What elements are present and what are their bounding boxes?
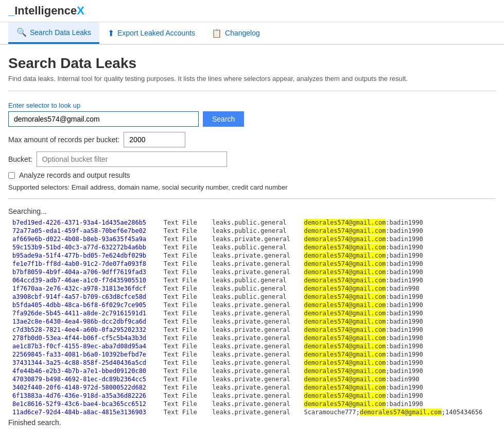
result-hash[interactable]: b5fda405-4dbb-48ca-b6f8-6f029c7ce905	[8, 301, 160, 309]
result-hash[interactable]: b95ade9a-51f4-477b-bd05-7e624dbf029b	[8, 251, 160, 260]
result-value: demorales574@gmail.com:badin1990	[300, 243, 496, 251]
result-hash[interactable]: 11ad6ce7-92d4-484b-a8ac-4815e3136903	[8, 408, 160, 416]
nav-search-label: Search Data Leaks	[30, 28, 91, 37]
result-hash[interactable]: af669e6b-d022-4b08-b8eb-93a635f45a9a	[8, 235, 160, 243]
result-bucket: leaks.private.general	[208, 268, 300, 276]
result-value: demorales574@gmail.com:badin1990	[300, 400, 496, 408]
max-records-input[interactable]	[124, 132, 185, 147]
result-type: Text File	[160, 392, 208, 400]
table-row: b95ade9a-51f4-477b-bd05-7e624dbf029bText…	[8, 251, 496, 260]
result-hash[interactable]: 7fa926de-5b45-4411-a8de-2c79161591d1	[8, 309, 160, 317]
result-value: demorales574@gmail.com:badin1990	[300, 301, 496, 309]
table-row: 064ccd39-adb7-46ae-a1c0-f7d435905510Text…	[8, 276, 496, 284]
search-button[interactable]: Search	[203, 111, 244, 127]
result-type: Text File	[160, 284, 208, 293]
bucket-label: Bucket:	[8, 155, 32, 163]
highlighted-email: demorales574@gmail.com	[304, 268, 386, 276]
table-row: 3402f440-20f6-4148-972d-58000522d682Text…	[8, 383, 496, 392]
selector-input[interactable]	[8, 111, 199, 127]
result-bucket: leaks.private.general	[208, 392, 300, 400]
analyze-checkbox[interactable]	[8, 172, 15, 179]
logo-decoration: _	[8, 4, 14, 17]
highlighted-email: demorales574@gmail.com	[304, 310, 386, 317]
result-bucket: leaks.private.general	[208, 408, 300, 416]
result-hash[interactable]: b7bf8059-4b9f-404a-a706-9dff7619fad3	[8, 268, 160, 276]
analyze-row: Analyze records and output results	[8, 171, 496, 179]
logo-text: Intelligence	[14, 4, 77, 17]
highlighted-email: demorales574@gmail.com	[304, 277, 386, 284]
result-hash[interactable]: b7ed19ed-4226-4371-93a4-1d435ae286b5	[8, 218, 160, 227]
nav-export-leaked-accounts[interactable]: ⬆ Export Leaked Accounts	[99, 23, 203, 43]
result-hash[interactable]: 37431344-3a25-4c88-858f-25d40436a5cd	[8, 359, 160, 367]
table-row: 278fb0d0-53ea-4f44-b06f-cf5c5b4a3b3dText…	[8, 334, 496, 342]
result-bucket: leaks.private.general	[208, 375, 300, 383]
export-nav-icon: ⬆	[108, 28, 114, 38]
result-bucket: leaks.private.general	[208, 367, 300, 375]
result-hash[interactable]: 13ae2c8e-6430-4ea4-986b-dcc2dbf9ca6d	[8, 317, 160, 326]
nav-search-data-leaks[interactable]: 🔍 Search Data Leaks	[8, 22, 99, 44]
result-type: Text File	[160, 334, 208, 342]
table-row: fe1e7f1b-ff8d-4ab0-91c2-7de07fa093f8Text…	[8, 260, 496, 268]
result-bucket: leaks.private.general	[208, 301, 300, 309]
result-type: Text File	[160, 367, 208, 375]
result-hash[interactable]: 47030879-b498-4692-81ec-dc89b2364cc5	[8, 375, 160, 383]
result-hash[interactable]: 278fb0d0-53ea-4f44-b06f-cf5c5b4a3b3d	[8, 334, 160, 342]
highlighted-email: demorales574@gmail.com	[304, 227, 386, 234]
result-value: demorales574@gmail.com:badin1990	[300, 334, 496, 342]
result-value: demorales574@gmail.com;badin1990	[300, 367, 496, 375]
result-hash[interactable]: fe1e7f1b-ff8d-4ab0-91c2-7de07fa093f8	[8, 260, 160, 268]
highlighted-email: demorales574@gmail.com	[304, 384, 386, 391]
table-row: ae1c87b3-f0cf-4155-89ec-aba7d08d95a4Text…	[8, 342, 496, 350]
result-hash[interactable]: 1f7670aa-2e76-432c-a978-31813e36fdcf	[8, 284, 160, 293]
page-title: Search Data Leaks	[8, 55, 496, 72]
result-hash[interactable]: a3908cbf-914f-4a57-b709-c63d8cfce58d	[8, 293, 160, 301]
highlighted-email: demorales574@gmail.com	[304, 351, 386, 358]
highlighted-email: demorales574@gmail.com	[304, 343, 386, 350]
nav-changelog-label: Changelog	[225, 29, 260, 37]
result-hash[interactable]: 3402f440-20f6-4148-972d-58000522d682	[8, 383, 160, 392]
result-hash[interactable]: 59c153b9-51bd-40c3-a77d-632272b4a6bb	[8, 243, 160, 251]
nav-changelog[interactable]: 📋 Changelog	[203, 23, 268, 43]
result-type: Text File	[160, 301, 208, 309]
table-row: b5fda405-4dbb-48ca-b6f8-6f029c7ce905Text…	[8, 301, 496, 309]
highlighted-email: demorales574@gmail.com	[304, 260, 386, 267]
result-hash[interactable]: 064ccd39-adb7-46ae-a1c0-f7d435905510	[8, 276, 160, 284]
result-type: Text File	[160, 359, 208, 367]
result-value: demorales574@gmail.com:badin1990	[300, 293, 496, 301]
result-hash[interactable]: 6f13883a-4d76-436e-918d-a35a36d82226	[8, 392, 160, 400]
result-hash[interactable]: ae1c87b3-f0cf-4155-89ec-aba7d08d95a4	[8, 342, 160, 350]
table-row: 1f7670aa-2e76-432c-a978-31813e36fdcfText…	[8, 284, 496, 293]
result-bucket: leaks.private.general	[208, 359, 300, 367]
result-value: demorales574@gmail.com:badin1990	[300, 342, 496, 350]
result-value: demorales574@gmail.com;badin1990	[300, 251, 496, 260]
table-row: 6f13883a-4d76-436e-918d-a35a36d82226Text…	[8, 392, 496, 400]
table-row: 22569845-fa33-4081-b6a0-10392befbd7eText…	[8, 350, 496, 359]
table-row: 72a77a05-eda1-459f-aa58-70bef6e7be02Text…	[8, 227, 496, 235]
supported-selectors: Supported selectors: Email address, doma…	[8, 183, 496, 199]
analyze-label: Analyze records and output results	[19, 171, 130, 179]
table-row: af669e6b-d022-4b08-b8eb-93a635f45a9aText…	[8, 235, 496, 243]
result-type: Text File	[160, 293, 208, 301]
result-bucket: leaks.public.general	[208, 227, 300, 235]
result-value: demorales574@gmail.com:badin1990	[300, 309, 496, 317]
table-row: 7fa926de-5b45-4411-a8de-2c79161591d1Text…	[8, 309, 496, 317]
result-hash[interactable]: 72a77a05-eda1-459f-aa58-70bef6e7be02	[8, 227, 160, 235]
result-type: Text File	[160, 243, 208, 251]
search-nav-icon: 🔍	[16, 27, 27, 37]
result-bucket: leaks.private.general	[208, 350, 300, 359]
results-section: Searching... b7ed19ed-4226-4371-93a4-1d4…	[8, 207, 496, 427]
highlighted-email: demorales574@gmail.com	[304, 244, 386, 251]
highlighted-email: demorales574@gmail.com	[304, 252, 386, 259]
table-row: 8e1c8616-52f9-43c6-bae4-bca365cc6512Text…	[8, 400, 496, 408]
highlighted-email: demorales574@gmail.com	[304, 359, 386, 366]
result-hash[interactable]: 4fe44b46-e2b3-4b7b-a7e1-bbed09120c80	[8, 367, 160, 375]
search-form: Enter selector to look up Search Max amo…	[8, 102, 496, 199]
result-hash[interactable]: 22569845-fa33-4081-b6a0-10392befbd7e	[8, 350, 160, 359]
result-hash[interactable]: c7d3b528-7821-4ee4-a60b-0fa295202332	[8, 326, 160, 334]
table-row: 11ad6ce7-92d4-484b-a8ac-4815e3136903Text…	[8, 408, 496, 416]
changelog-nav-icon: 📋	[212, 28, 222, 38]
result-type: Text File	[160, 251, 208, 260]
result-value: demorales574@gmail.com:badin990	[300, 375, 496, 383]
bucket-input[interactable]	[37, 151, 227, 167]
result-hash[interactable]: 8e1c8616-52f9-43c6-bae4-bca365cc6512	[8, 400, 160, 408]
